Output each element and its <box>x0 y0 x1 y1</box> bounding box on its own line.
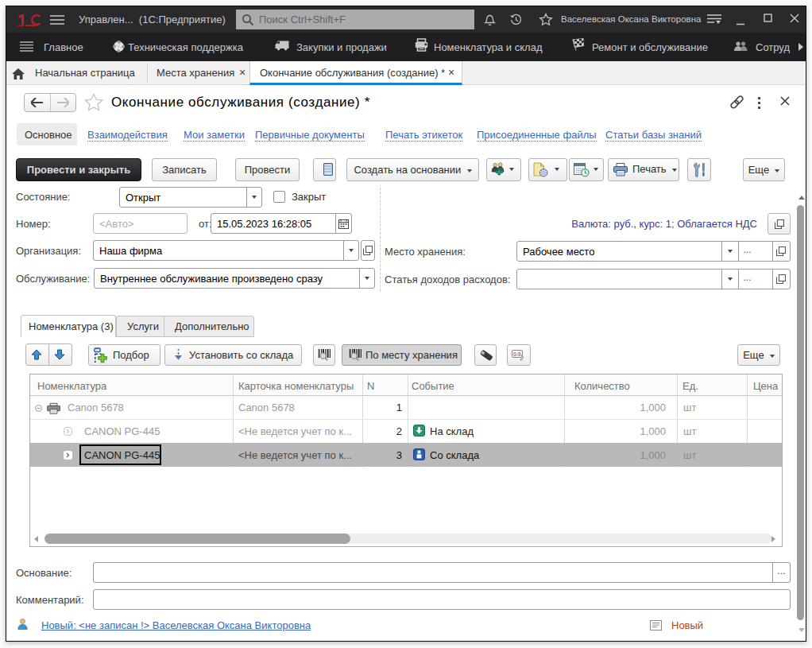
svg-text:0-9: 0-9 <box>513 351 521 357</box>
